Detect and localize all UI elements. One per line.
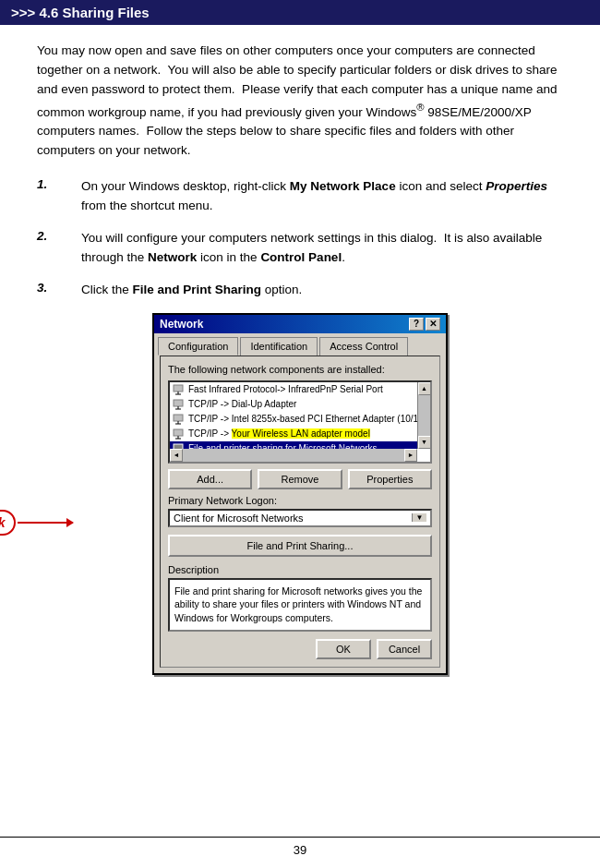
step-3: 3. Click the File and Print Sharing opti…	[37, 281, 563, 300]
list-item-4-text: TCP/IP -> Your Wireless LAN adapter mode…	[188, 428, 370, 439]
intro-paragraph: You may now open and save files on other…	[37, 42, 563, 161]
list-item-1[interactable]: Fast Infrared Protocol-> InfraredPnP Ser…	[170, 382, 417, 397]
step-3-number: 3.	[37, 281, 81, 295]
properties-button[interactable]: Properties	[348, 469, 432, 489]
page-header-title: >>> 4.6 Sharing Files	[11, 5, 150, 20]
dialog-area: Click Network ? ✕ Configuration	[37, 313, 563, 675]
click-indicator: Click	[0, 510, 73, 536]
file-print-sharing-button[interactable]: File and Print Sharing...	[168, 535, 432, 557]
primary-network-value: Client for Microsoft Networks	[174, 512, 304, 524]
scroll-right-button[interactable]: ►	[404, 449, 417, 462]
tab-configuration[interactable]: Configuration	[158, 337, 238, 356]
tab-configuration-label: Configuration	[168, 341, 228, 352]
scroll-track-horizontal[interactable]	[183, 449, 404, 462]
tab-identification[interactable]: Identification	[240, 337, 318, 356]
description-label: Description	[168, 564, 432, 575]
network-dialog[interactable]: Network ? ✕ Configuration Identification	[152, 313, 448, 675]
dropdown-arrow-icon[interactable]: ▼	[412, 513, 426, 522]
network-components-listbox[interactable]: Fast Infrared Protocol-> InfraredPnP Ser…	[168, 380, 432, 464]
scroll-down-button[interactable]: ▼	[418, 436, 431, 449]
click-label: Click	[0, 510, 16, 536]
list-item-5[interactable]: File and printer sharing for Microsoft N…	[170, 441, 417, 449]
list-item-2-text: TCP/IP -> Dial-Up Adapter	[188, 399, 296, 409]
step-2: 2. You will configure your computers net…	[37, 229, 563, 268]
dialog-tabs[interactable]: Configuration Identification Access Cont…	[154, 333, 446, 356]
dialog-titlebar: Network ? ✕	[154, 315, 446, 333]
svg-rect-3	[174, 400, 183, 406]
page-number: 39	[294, 843, 306, 857]
step-1-number: 1.	[37, 177, 81, 191]
ok-button[interactable]: OK	[316, 639, 371, 659]
list-icon-3	[173, 413, 186, 426]
dialog-title: Network	[160, 318, 203, 331]
tab-access-control-label: Access Control	[330, 341, 398, 352]
add-button[interactable]: Add...	[168, 469, 252, 489]
ok-cancel-row: OK Cancel	[168, 639, 432, 659]
tab-access-control[interactable]: Access Control	[319, 337, 408, 356]
list-icon-4	[173, 428, 186, 440]
primary-network-label: Primary Network Logon:	[168, 495, 432, 506]
svg-rect-0	[174, 385, 183, 392]
remove-button[interactable]: Remove	[258, 469, 342, 489]
content-area: You may now open and save files on other…	[0, 25, 600, 684]
list-item-2[interactable]: TCP/IP -> Dial-Up Adapter	[170, 397, 417, 412]
page-header: >>> 4.6 Sharing Files	[0, 0, 600, 25]
step-2-number: 2.	[37, 229, 81, 243]
list-label: The following network components are ins…	[168, 364, 432, 375]
scroll-up-button[interactable]: ▲	[418, 382, 431, 395]
list-icon-1	[173, 383, 186, 396]
close-button[interactable]: ✕	[426, 318, 440, 331]
primary-network-dropdown-row: Client for Microsoft Networks ▼	[168, 509, 432, 527]
scroll-left-button[interactable]: ◄	[170, 449, 183, 462]
list-item-3[interactable]: TCP/IP -> Intel 8255x-based PCI Ethernet…	[170, 412, 417, 427]
tab-identification-label: Identification	[250, 341, 307, 352]
dialog-body: The following network components are ins…	[160, 356, 440, 668]
click-arrow	[18, 522, 73, 524]
list-item-1-text: Fast Infrared Protocol-> InfraredPnP Ser…	[188, 384, 383, 394]
step-3-text: Click the File and Print Sharing option.	[81, 281, 563, 300]
svg-rect-6	[174, 415, 183, 421]
component-buttons-row: Add... Remove Properties	[168, 469, 432, 489]
list-item-3-text: TCP/IP -> Intel 8255x-based PCI Ethernet…	[188, 414, 417, 424]
step-1: 1. On your Windows desktop, right-click …	[37, 177, 563, 216]
help-button[interactable]: ?	[409, 318, 424, 331]
titlebar-buttons: ? ✕	[409, 318, 440, 331]
listbox-scrollbar-horizontal[interactable]: ◄ ►	[170, 449, 417, 462]
description-text: File and print sharing for Microsoft net…	[174, 585, 422, 623]
description-box: File and print sharing for Microsoft net…	[168, 578, 432, 632]
primary-network-dropdown[interactable]: Client for Microsoft Networks ▼	[168, 509, 432, 527]
win-dialog-box[interactable]: Network ? ✕ Configuration Identification	[152, 313, 448, 675]
list-item-4[interactable]: TCP/IP -> Your Wireless LAN adapter mode…	[170, 427, 417, 441]
cancel-button[interactable]: Cancel	[377, 639, 432, 659]
steps-list: 1. On your Windows desktop, right-click …	[37, 177, 563, 300]
step-1-text: On your Windows desktop, right-click My …	[81, 177, 563, 216]
list-icon-2	[173, 398, 186, 411]
svg-rect-9	[174, 429, 183, 436]
listbox-scrollbar-vertical[interactable]: ▲ ▼	[417, 382, 430, 449]
list-icon-5	[173, 442, 186, 449]
step-2-text: You will configure your computers networ…	[81, 229, 563, 268]
page-footer: 39	[0, 837, 600, 857]
scroll-track-vertical[interactable]	[418, 395, 431, 436]
